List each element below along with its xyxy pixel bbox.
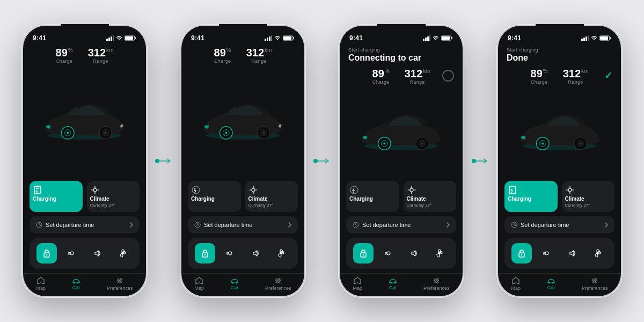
sound-btn-2[interactable]: [245, 243, 266, 264]
sound-btn-3[interactable]: [404, 243, 424, 264]
climate-label-1: Climate: [90, 196, 109, 202]
svg-point-118: [437, 279, 438, 280]
nav-prefs-2[interactable]: Preferences: [265, 277, 291, 291]
svg-point-107: [387, 252, 390, 255]
notch-2: [219, 24, 267, 36]
charge-stat-2: 89% Charge: [214, 47, 231, 64]
svg-point-16: [93, 188, 97, 192]
sound-btn-4[interactable]: [562, 243, 582, 264]
lights-btn-1[interactable]: [62, 243, 82, 264]
nav-prefs-3[interactable]: Preferences: [423, 277, 450, 291]
svg-marker-31: [38, 277, 44, 284]
departure-row-3[interactable]: Set departure time: [346, 216, 456, 233]
svg-line-70: [226, 254, 229, 255]
range-label-2: Range: [246, 58, 272, 64]
nav-car-1[interactable]: Car: [72, 277, 80, 290]
nav-car-4[interactable]: Car: [547, 277, 555, 290]
stats-row-4: 89% Charge 312km Range: [498, 66, 621, 85]
svg-point-73: [232, 282, 233, 284]
nav-car-label-1: Car: [72, 285, 80, 290]
departure-row-2[interactable]: Set departure time: [188, 216, 298, 233]
lights-btn-2[interactable]: [220, 243, 240, 264]
nav-prefs-1[interactable]: Preferences: [107, 277, 133, 291]
climate-btn-1[interactable]: Climate Currently 27°: [87, 181, 140, 212]
nav-car-3[interactable]: Car: [389, 277, 397, 290]
charging-btn-1[interactable]: Charging: [30, 181, 83, 212]
svg-point-146: [521, 254, 522, 255]
fan-btn-1[interactable]: [112, 243, 133, 264]
car-image-4: [507, 101, 612, 165]
chevron-right-icon-3: [447, 222, 450, 228]
svg-point-80: [279, 282, 280, 283]
svg-point-96: [350, 186, 358, 194]
svg-point-159: [593, 280, 595, 282]
climate-label-2: Climate: [248, 196, 268, 202]
charging-btn-4[interactable]: Charging: [504, 181, 558, 212]
svg-point-32: [74, 282, 75, 284]
status-icons-4: [581, 35, 611, 41]
fan-btn-2[interactable]: [270, 243, 291, 264]
nav-map-1[interactable]: Map: [36, 277, 46, 291]
charge-value-4: 89%: [531, 68, 548, 79]
svg-rect-47: [283, 36, 291, 40]
lights-btn-3[interactable]: [378, 243, 399, 264]
climate-btn-3[interactable]: Climate Currently 27°: [404, 181, 457, 212]
svg-rect-126: [588, 35, 589, 41]
fan-btn-3[interactable]: [429, 243, 449, 264]
lights-btn-4[interactable]: [537, 243, 557, 264]
lock-btn-1[interactable]: [36, 243, 57, 264]
main-scene: 9:41 89% Charge 312km Range: [11, 5, 633, 317]
svg-rect-14: [34, 186, 41, 194]
charging-btn-2[interactable]: Charging: [188, 181, 241, 212]
lights-icon-3: [384, 248, 393, 258]
nav-prefs-label-4: Preferences: [582, 286, 608, 291]
sound-icon-2: [251, 248, 260, 258]
nav-map-3[interactable]: Map: [353, 277, 362, 291]
nav-prefs-4[interactable]: Preferences: [582, 277, 608, 291]
car-svg-4: [507, 101, 612, 160]
svg-point-79: [276, 280, 278, 282]
range-stat-1: 312km Range: [88, 47, 114, 64]
charge-label-2: Charge: [214, 58, 231, 64]
nav-map-2[interactable]: Map: [194, 277, 204, 291]
climate-icon-1: [90, 185, 100, 195]
charging-btn-3[interactable]: Charging: [346, 181, 399, 212]
svg-rect-42: [265, 39, 266, 41]
svg-marker-152: [513, 277, 519, 284]
departure-row-4[interactable]: Set departure time: [504, 216, 614, 233]
nav-car-2[interactable]: Car: [230, 277, 239, 290]
nav-prefs-label-3: Preferences: [423, 286, 450, 291]
action-row-3: [346, 238, 456, 269]
fan-btn-4[interactable]: [587, 243, 608, 264]
nav-map-4[interactable]: Map: [511, 277, 521, 291]
car-image-2: [191, 90, 295, 155]
battery-icon: [125, 35, 136, 41]
lock-btn-2[interactable]: [195, 243, 215, 264]
svg-point-51: [225, 131, 227, 134]
clock-icon-2: [194, 222, 201, 228]
nav-map-label-3: Map: [353, 286, 362, 291]
svg-marker-72: [196, 277, 202, 284]
nav-car-label-3: Car: [389, 285, 397, 290]
status-time-4: 9:41: [508, 34, 521, 42]
svg-point-78: [279, 279, 280, 280]
climate-btn-2[interactable]: Climate Currently 27°: [245, 181, 298, 212]
car-svg-2: [191, 90, 295, 149]
lock-btn-4[interactable]: [511, 243, 532, 264]
svg-rect-84: [425, 38, 427, 41]
svg-line-110: [385, 254, 387, 255]
lock-btn-3[interactable]: [353, 243, 374, 264]
charging-icon-2: [191, 185, 201, 195]
sound-btn-1[interactable]: [87, 243, 107, 264]
lights-icon-1: [67, 248, 77, 258]
stats-row-1: 89% Charge 312km Range: [23, 45, 146, 64]
climate-btn-4[interactable]: Climate Currently 27°: [562, 181, 615, 212]
svg-rect-123: [581, 39, 583, 41]
svg-point-12: [105, 131, 107, 134]
lights-icon-4: [542, 248, 552, 258]
svg-rect-88: [442, 36, 450, 40]
nav-map-label-2: Map: [194, 286, 204, 291]
departure-row-1[interactable]: Set departure time: [30, 216, 140, 233]
nav-car-label-2: Car: [231, 285, 239, 290]
arrow-3: [470, 157, 491, 165]
